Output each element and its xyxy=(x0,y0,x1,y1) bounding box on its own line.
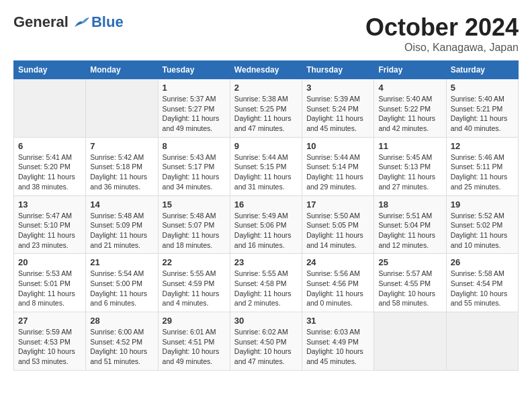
sunset-text: Sunset: 5:11 PM xyxy=(451,162,514,172)
sunset-text: Sunset: 5:00 PM xyxy=(90,279,153,289)
sunrise-text: Sunrise: 5:40 AM xyxy=(451,94,514,104)
sunrise-text: Sunrise: 5:58 AM xyxy=(451,269,514,279)
title-block: October 2024 Oiso, Kanagawa, Japan xyxy=(365,13,519,54)
sunset-text: Sunset: 5:02 PM xyxy=(451,220,514,230)
day-number: 31 xyxy=(306,316,369,326)
sunrise-text: Sunrise: 5:50 AM xyxy=(306,211,369,221)
day-info: Sunrise: 6:03 AM Sunset: 4:49 PM Dayligh… xyxy=(306,327,369,367)
sunrise-text: Sunrise: 5:39 AM xyxy=(306,94,369,104)
day-number: 14 xyxy=(90,199,153,210)
sunrise-text: Sunrise: 5:48 AM xyxy=(163,211,226,221)
sunrise-text: Sunrise: 5:37 AM xyxy=(163,94,226,104)
day-info: Sunrise: 5:39 AM Sunset: 5:24 PM Dayligh… xyxy=(306,94,369,134)
sunset-text: Sunset: 4:58 PM xyxy=(234,279,298,289)
daylight-text: Daylight: 11 hours and 29 minutes. xyxy=(306,172,369,191)
day-number: 30 xyxy=(234,316,298,326)
day-number: 16 xyxy=(234,199,298,210)
daylight-text: Daylight: 10 hours and 49 minutes. xyxy=(163,347,226,366)
day-number: 27 xyxy=(18,316,81,326)
day-number: 28 xyxy=(90,316,153,326)
calendar-week-row: 27 Sunrise: 5:59 AM Sunset: 4:53 PM Dayl… xyxy=(14,312,519,371)
calendar-cell: 25 Sunrise: 5:57 AM Sunset: 4:55 PM Dayl… xyxy=(374,254,446,312)
calendar-cell: 29 Sunrise: 6:01 AM Sunset: 4:51 PM Dayl… xyxy=(158,312,230,371)
day-info: Sunrise: 5:46 AM Sunset: 5:11 PM Dayligh… xyxy=(451,152,514,192)
calendar-cell: 30 Sunrise: 6:02 AM Sunset: 4:50 PM Dayl… xyxy=(230,312,302,371)
daylight-text: Daylight: 10 hours and 55 minutes. xyxy=(451,289,514,308)
calendar-cell xyxy=(14,79,86,138)
sunset-text: Sunset: 5:25 PM xyxy=(234,104,298,114)
calendar-cell xyxy=(374,312,446,371)
day-number: 10 xyxy=(306,141,369,151)
day-info: Sunrise: 5:57 AM Sunset: 4:55 PM Dayligh… xyxy=(378,269,441,308)
day-info: Sunrise: 5:38 AM Sunset: 5:25 PM Dayligh… xyxy=(234,94,298,134)
daylight-text: Daylight: 11 hours and 6 minutes. xyxy=(90,289,153,308)
sunset-text: Sunset: 5:14 PM xyxy=(306,162,369,172)
sunrise-text: Sunrise: 6:03 AM xyxy=(306,327,369,337)
sunset-text: Sunset: 5:10 PM xyxy=(18,220,81,230)
day-number: 1 xyxy=(163,83,226,93)
sunrise-text: Sunrise: 5:46 AM xyxy=(451,152,514,163)
calendar-cell: 26 Sunrise: 5:58 AM Sunset: 4:54 PM Dayl… xyxy=(446,254,518,312)
day-number: 8 xyxy=(163,141,226,151)
day-info: Sunrise: 5:48 AM Sunset: 5:07 PM Dayligh… xyxy=(163,211,226,250)
day-info: Sunrise: 5:59 AM Sunset: 4:53 PM Dayligh… xyxy=(18,327,81,367)
sunset-text: Sunset: 5:09 PM xyxy=(90,220,153,230)
sunrise-text: Sunrise: 5:43 AM xyxy=(163,152,226,163)
sunset-text: Sunset: 5:06 PM xyxy=(234,220,298,230)
sunrise-text: Sunrise: 5:53 AM xyxy=(18,269,81,279)
calendar-table: SundayMondayTuesdayWednesdayThursdayFrid… xyxy=(13,60,519,371)
sunrise-text: Sunrise: 5:44 AM xyxy=(234,152,298,163)
sunset-text: Sunset: 5:18 PM xyxy=(90,162,153,172)
day-number: 17 xyxy=(306,199,369,210)
day-info: Sunrise: 5:47 AM Sunset: 5:10 PM Dayligh… xyxy=(18,211,81,250)
sunset-text: Sunset: 5:24 PM xyxy=(306,104,369,114)
logo: General Blue xyxy=(13,13,124,31)
daylight-text: Daylight: 11 hours and 38 minutes. xyxy=(18,172,81,191)
day-info: Sunrise: 6:02 AM Sunset: 4:50 PM Dayligh… xyxy=(234,327,298,367)
daylight-text: Daylight: 11 hours and 45 minutes. xyxy=(306,113,369,133)
calendar-cell: 11 Sunrise: 5:45 AM Sunset: 5:13 PM Dayl… xyxy=(374,137,446,195)
day-number: 20 xyxy=(18,257,81,267)
daylight-text: Daylight: 11 hours and 27 minutes. xyxy=(378,172,441,191)
calendar-cell: 4 Sunrise: 5:40 AM Sunset: 5:22 PM Dayli… xyxy=(374,79,446,138)
sunset-text: Sunset: 4:52 PM xyxy=(90,337,153,347)
calendar-cell: 16 Sunrise: 5:49 AM Sunset: 5:06 PM Dayl… xyxy=(230,195,302,254)
daylight-text: Daylight: 11 hours and 4 minutes. xyxy=(163,289,226,308)
sunset-text: Sunset: 5:04 PM xyxy=(378,220,441,230)
day-number: 25 xyxy=(378,257,441,267)
daylight-text: Daylight: 11 hours and 21 minutes. xyxy=(90,230,153,250)
calendar-cell: 6 Sunrise: 5:41 AM Sunset: 5:20 PM Dayli… xyxy=(14,137,86,195)
sunset-text: Sunset: 5:15 PM xyxy=(234,162,298,172)
sunrise-text: Sunrise: 5:54 AM xyxy=(90,269,153,279)
day-info: Sunrise: 5:44 AM Sunset: 5:15 PM Dayligh… xyxy=(234,152,298,192)
calendar-week-row: 20 Sunrise: 5:53 AM Sunset: 5:01 PM Dayl… xyxy=(14,254,519,312)
sunrise-text: Sunrise: 5:44 AM xyxy=(306,152,369,163)
day-info: Sunrise: 5:54 AM Sunset: 5:00 PM Dayligh… xyxy=(90,269,153,308)
day-info: Sunrise: 5:58 AM Sunset: 4:54 PM Dayligh… xyxy=(451,269,514,308)
calendar-cell: 23 Sunrise: 5:55 AM Sunset: 4:58 PM Dayl… xyxy=(230,254,302,312)
calendar-cell: 24 Sunrise: 5:56 AM Sunset: 4:56 PM Dayl… xyxy=(302,254,374,312)
sunset-text: Sunset: 5:13 PM xyxy=(378,162,441,172)
calendar-cell: 8 Sunrise: 5:43 AM Sunset: 5:17 PM Dayli… xyxy=(158,137,230,195)
sunset-text: Sunset: 4:49 PM xyxy=(306,337,369,347)
day-number: 26 xyxy=(451,257,514,267)
day-number: 13 xyxy=(18,199,81,210)
day-info: Sunrise: 5:53 AM Sunset: 5:01 PM Dayligh… xyxy=(18,269,81,308)
day-info: Sunrise: 5:40 AM Sunset: 5:22 PM Dayligh… xyxy=(378,94,441,134)
day-info: Sunrise: 5:50 AM Sunset: 5:05 PM Dayligh… xyxy=(306,211,369,250)
sunrise-text: Sunrise: 6:01 AM xyxy=(163,327,226,337)
daylight-text: Daylight: 11 hours and 34 minutes. xyxy=(163,172,226,191)
day-number: 29 xyxy=(163,316,226,326)
calendar-cell: 5 Sunrise: 5:40 AM Sunset: 5:21 PM Dayli… xyxy=(446,79,518,138)
day-info: Sunrise: 5:49 AM Sunset: 5:06 PM Dayligh… xyxy=(234,211,298,250)
day-number: 18 xyxy=(378,199,441,210)
day-number: 3 xyxy=(306,83,369,93)
daylight-text: Daylight: 11 hours and 2 minutes. xyxy=(234,289,298,308)
calendar-cell: 17 Sunrise: 5:50 AM Sunset: 5:05 PM Dayl… xyxy=(302,195,374,254)
day-info: Sunrise: 5:56 AM Sunset: 4:56 PM Dayligh… xyxy=(306,269,369,308)
day-info: Sunrise: 5:40 AM Sunset: 5:21 PM Dayligh… xyxy=(451,94,514,134)
daylight-text: Daylight: 11 hours and 23 minutes. xyxy=(18,230,81,250)
day-info: Sunrise: 5:43 AM Sunset: 5:17 PM Dayligh… xyxy=(163,152,226,192)
day-info: Sunrise: 5:37 AM Sunset: 5:27 PM Dayligh… xyxy=(163,94,226,134)
daylight-text: Daylight: 11 hours and 0 minutes. xyxy=(306,289,369,308)
